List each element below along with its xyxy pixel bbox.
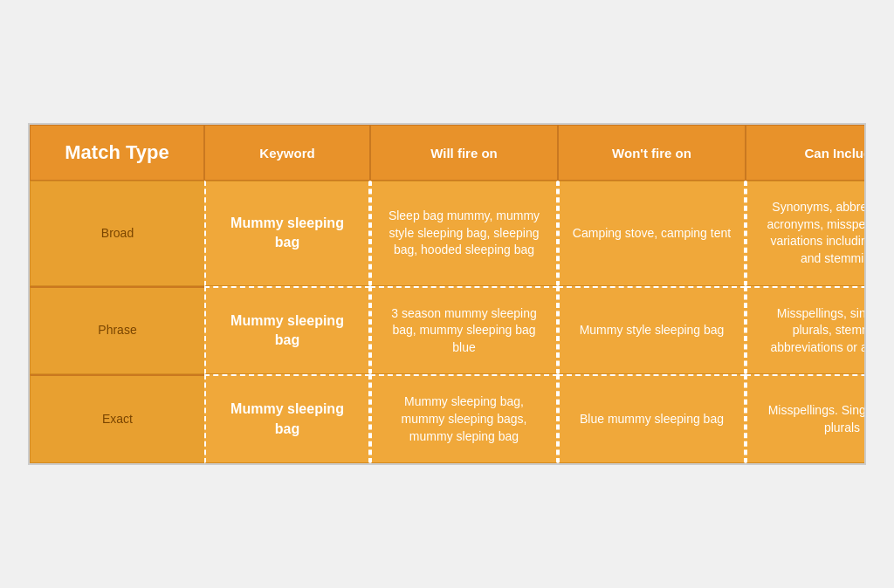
exact-wont-fire-text: Blue mummy sleeping bag [580,411,724,428]
exact-label-text: Exact [102,411,133,428]
header-wont-fire-on: Won't fire on [558,125,746,181]
broad-will-fire-text: Sleep bag mummy, mummy style sleeping ba… [384,208,544,259]
row-phrase-label: Phrase [30,286,204,375]
header-keyword-label: Keyword [259,146,314,161]
match-type-table: Match Type Keyword Will fire on Won't fi… [28,123,866,465]
header-match-type: Match Type [30,125,204,181]
header-match-type-label: Match Type [65,141,168,164]
row-broad-will-fire: Sleep bag mummy, mummy style sleeping ba… [370,181,558,285]
row-exact-can-include: Misspellings. Singulars and plurals [746,374,866,463]
row-broad-wont-fire: Camping stove, camping tent [558,181,746,285]
row-exact-wont-fire: Blue mummy sleeping bag [558,374,746,463]
row-broad-keyword: Mummy sleeping bag [204,181,370,285]
row-phrase-will-fire: 3 season mummy sleeping bag, mummy sleep… [370,286,558,375]
table-grid: Match Type Keyword Will fire on Won't fi… [30,125,864,463]
broad-keyword-text: Mummy sleeping bag [218,214,356,253]
header-can-include-label: Can Include [804,146,866,161]
phrase-keyword-text: Mummy sleeping bag [218,311,356,351]
broad-label-text: Broad [101,225,134,243]
row-phrase-wont-fire: Mummy style sleeping bag [558,286,746,375]
row-phrase-can-include: Misspellings, singular or plurals, stemm… [746,286,866,375]
row-exact-will-fire: Mummy sleeping bag, mummy sleeping bags,… [370,374,558,463]
header-keyword: Keyword [204,125,370,181]
broad-can-include-text: Synonyms, abbreviations, acronyms, missp… [760,199,866,267]
broad-wont-fire-text: Camping stove, camping tent [573,225,731,243]
row-broad-can-include: Synonyms, abbreviations, acronyms, missp… [746,181,866,285]
phrase-can-include-text: Misspellings, singular or plurals, stemm… [760,305,866,357]
header-wont-fire-label: Won't fire on [612,146,691,161]
header-can-include: Can Include [746,125,866,181]
phrase-label-text: Phrase [98,322,136,339]
exact-can-include-text: Misspellings. Singulars and plurals [760,402,866,436]
row-broad-label: Broad [30,181,204,285]
row-phrase-keyword: Mummy sleeping bag [204,286,370,375]
exact-will-fire-text: Mummy sleeping bag, mummy sleeping bags,… [384,393,544,445]
phrase-wont-fire-text: Mummy style sleeping bag [580,322,725,339]
phrase-will-fire-text: 3 season mummy sleeping bag, mummy sleep… [384,305,544,357]
row-exact-label: Exact [30,374,204,463]
exact-keyword-text: Mummy sleeping bag [218,400,356,439]
row-exact-keyword: Mummy sleeping bag [204,374,370,463]
header-will-fire-label: Will fire on [430,146,498,161]
header-will-fire-on: Will fire on [370,125,558,181]
